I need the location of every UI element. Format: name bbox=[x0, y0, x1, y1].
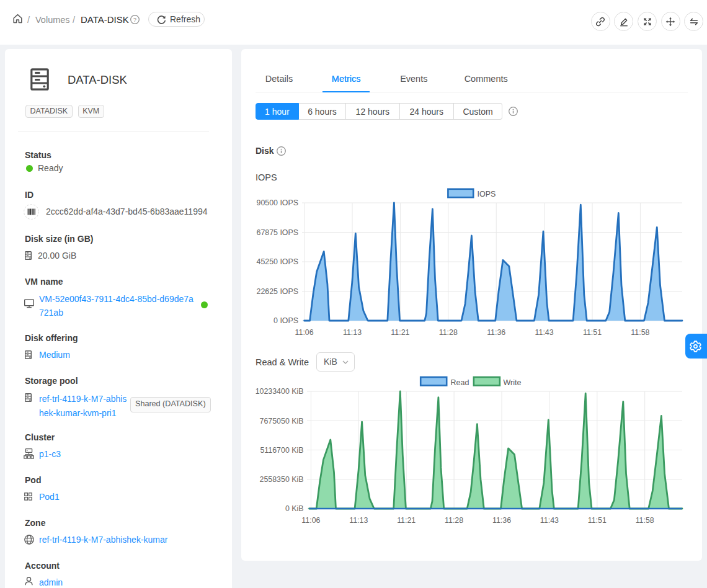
svg-text:0 IOPS: 0 IOPS bbox=[273, 316, 298, 325]
svg-text:IOPS: IOPS bbox=[478, 190, 496, 198]
svg-text:11:13: 11:13 bbox=[343, 328, 362, 337]
svg-text:11:21: 11:21 bbox=[397, 516, 416, 525]
svg-text:0 KiB: 0 KiB bbox=[285, 504, 304, 513]
svg-text:Write: Write bbox=[504, 378, 522, 387]
svg-text:67875 IOPS: 67875 IOPS bbox=[256, 228, 298, 237]
svg-text:11:06: 11:06 bbox=[301, 516, 320, 525]
svg-text:11:28: 11:28 bbox=[445, 516, 463, 525]
svg-text:2558350 KiB: 2558350 KiB bbox=[260, 475, 304, 484]
svg-text:Read: Read bbox=[451, 378, 469, 387]
svg-text:11:43: 11:43 bbox=[535, 328, 554, 337]
svg-text:11:58: 11:58 bbox=[636, 516, 654, 525]
svg-text:11:51: 11:51 bbox=[583, 328, 602, 337]
svg-text:11:36: 11:36 bbox=[492, 516, 511, 525]
svg-text:45250 IOPS: 45250 IOPS bbox=[256, 257, 298, 266]
svg-text:5116700 KiB: 5116700 KiB bbox=[260, 446, 303, 455]
svg-text:10233400 KiB: 10233400 KiB bbox=[256, 387, 304, 396]
svg-text:11:13: 11:13 bbox=[349, 516, 368, 525]
svg-text:7675050 KiB: 7675050 KiB bbox=[260, 417, 304, 425]
svg-text:11:36: 11:36 bbox=[487, 328, 505, 337]
svg-text:11:43: 11:43 bbox=[540, 516, 559, 525]
svg-text:22625 IOPS: 22625 IOPS bbox=[256, 287, 298, 296]
svg-text:11:58: 11:58 bbox=[631, 328, 649, 337]
svg-text:90500 IOPS: 90500 IOPS bbox=[256, 198, 298, 207]
svg-text:11:51: 11:51 bbox=[588, 516, 607, 525]
svg-text:11:28: 11:28 bbox=[439, 328, 458, 337]
svg-text:?: ? bbox=[133, 16, 136, 23]
svg-text:11:06: 11:06 bbox=[295, 328, 314, 337]
svg-text:11:21: 11:21 bbox=[391, 328, 409, 337]
